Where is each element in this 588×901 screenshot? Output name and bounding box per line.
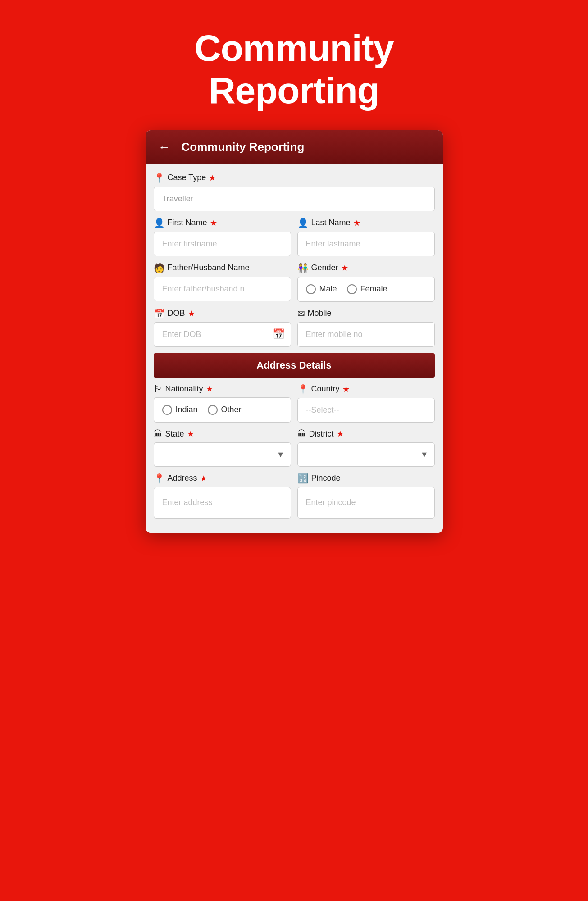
- mobile-icon: ✉: [297, 308, 305, 319]
- first-name-label: 👤 First Name ★: [154, 218, 291, 228]
- country-required: ★: [342, 384, 350, 394]
- state-select-wrap: ▼: [154, 442, 291, 467]
- dob-mobile-row: 📅 DOB ★ 📅 ✉ Moblie: [154, 308, 435, 347]
- header-title: Community Reporting: [182, 140, 305, 154]
- nationality-required: ★: [206, 384, 213, 394]
- pincode-icon: 🔢: [297, 473, 309, 484]
- nationality-radio-group: Indian Other: [154, 397, 291, 423]
- app-header: ← Community Reporting: [146, 130, 443, 164]
- gender-female-radio[interactable]: [347, 284, 357, 294]
- last-name-input[interactable]: [297, 232, 435, 256]
- state-required: ★: [187, 429, 194, 439]
- pincode-label: 🔢 Pincode: [297, 473, 435, 484]
- address-icon: 📍: [154, 473, 165, 484]
- country-label: 📍 Country ★: [297, 384, 435, 395]
- first-name-required: ★: [210, 218, 217, 228]
- gender-male-option[interactable]: Male: [306, 284, 337, 294]
- district-select-wrap: ▼: [297, 442, 435, 467]
- address-label: 📍 Address ★: [154, 473, 291, 484]
- district-select[interactable]: [297, 442, 435, 467]
- calendar-icon: 📅: [273, 328, 285, 340]
- page-title: Community Reporting: [195, 27, 394, 112]
- nationality-other-option[interactable]: Other: [208, 405, 242, 415]
- district-required: ★: [337, 429, 344, 439]
- case-type-input[interactable]: [154, 187, 435, 211]
- address-group: 📍 Address ★: [154, 473, 291, 519]
- address-pincode-row: 📍 Address ★ 🔢 Pincode: [154, 473, 435, 519]
- form-body: 📍 Case Type ★ 👤 First Name ★ 👤 Last Name: [146, 164, 443, 533]
- case-type-group: 📍 Case Type ★: [154, 173, 435, 211]
- father-input[interactable]: [154, 277, 291, 301]
- address-input[interactable]: [154, 487, 291, 519]
- last-name-icon: 👤: [297, 218, 309, 228]
- case-type-icon: 📍: [154, 173, 165, 183]
- case-type-required: ★: [209, 173, 216, 183]
- state-district-row: 🏛 State ★ ▼ 🏛 District ★: [154, 429, 435, 467]
- last-name-label: 👤 Last Name ★: [297, 218, 435, 228]
- nationality-icon: 🏳: [154, 384, 163, 394]
- gender-radio-group: Male Female: [297, 277, 435, 302]
- country-input[interactable]: [297, 398, 435, 423]
- nationality-country-row: 🏳 Nationality ★ Indian Other: [154, 384, 435, 423]
- gender-male-radio[interactable]: [306, 284, 316, 294]
- father-group: 🧑 Father/Husband Name: [154, 263, 291, 302]
- dob-group: 📅 DOB ★ 📅: [154, 308, 291, 347]
- first-name-group: 👤 First Name ★: [154, 218, 291, 256]
- address-required: ★: [200, 473, 207, 483]
- country-icon: 📍: [297, 384, 309, 395]
- father-gender-row: 🧑 Father/Husband Name 👫 Gender ★ Male: [154, 263, 435, 302]
- last-name-required: ★: [353, 218, 360, 228]
- back-button[interactable]: ←: [158, 140, 171, 155]
- mobile-label: ✉ Moblie: [297, 308, 435, 319]
- case-type-label: 📍 Case Type ★: [154, 173, 435, 183]
- district-icon: 🏛: [297, 429, 306, 439]
- father-label: 🧑 Father/Husband Name: [154, 263, 291, 273]
- father-icon: 🧑: [154, 263, 165, 273]
- mobile-group: ✉ Moblie: [297, 308, 435, 347]
- gender-female-option[interactable]: Female: [347, 284, 387, 294]
- last-name-group: 👤 Last Name ★: [297, 218, 435, 256]
- address-section-header: Address Details: [154, 353, 435, 378]
- country-group: 📍 Country ★: [297, 384, 435, 423]
- dob-label: 📅 DOB ★: [154, 308, 291, 319]
- first-name-icon: 👤: [154, 218, 165, 228]
- name-row: 👤 First Name ★ 👤 Last Name ★: [154, 218, 435, 256]
- gender-label: 👫 Gender ★: [297, 263, 435, 273]
- pincode-group: 🔢 Pincode: [297, 473, 435, 519]
- first-name-input[interactable]: [154, 232, 291, 256]
- nationality-indian-radio[interactable]: [162, 405, 172, 415]
- gender-group: 👫 Gender ★ Male Female: [297, 263, 435, 302]
- phone-frame: ← Community Reporting 📍 Case Type ★ 👤 Fi…: [146, 130, 443, 533]
- mobile-input[interactable]: [297, 322, 435, 347]
- dob-input[interactable]: [154, 322, 291, 347]
- district-label: 🏛 District ★: [297, 429, 435, 439]
- district-group: 🏛 District ★ ▼: [297, 429, 435, 467]
- state-icon: 🏛: [154, 429, 163, 439]
- state-label: 🏛 State ★: [154, 429, 291, 439]
- nationality-indian-option[interactable]: Indian: [162, 405, 198, 415]
- nationality-other-radio[interactable]: [208, 405, 218, 415]
- state-select[interactable]: [154, 442, 291, 467]
- gender-required: ★: [341, 263, 348, 273]
- dob-icon: 📅: [154, 308, 165, 319]
- pincode-input[interactable]: [297, 487, 435, 519]
- nationality-label: 🏳 Nationality ★: [154, 384, 291, 394]
- dob-input-wrap: 📅: [154, 322, 291, 347]
- dob-required: ★: [188, 309, 195, 319]
- gender-icon: 👫: [297, 263, 309, 273]
- state-group: 🏛 State ★ ▼: [154, 429, 291, 467]
- nationality-group: 🏳 Nationality ★ Indian Other: [154, 384, 291, 423]
